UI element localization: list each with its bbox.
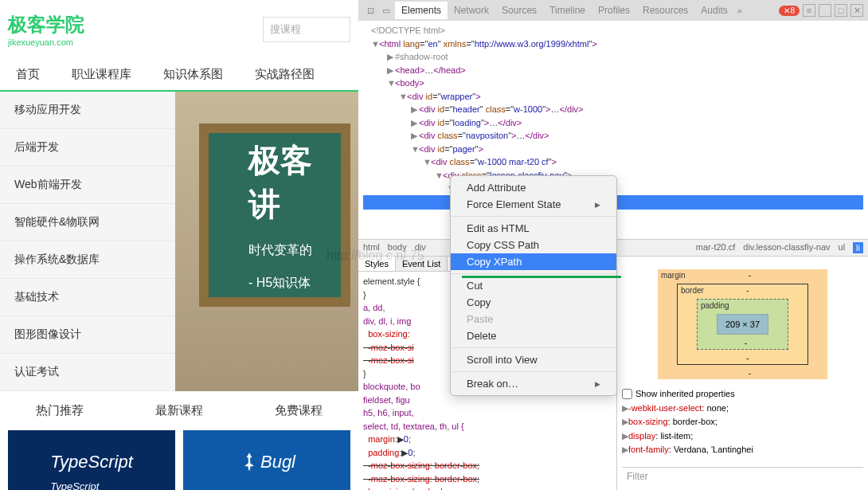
- logo-en: jikexueyuan.com: [8, 37, 84, 47]
- sidebar-item[interactable]: 基础技术: [0, 279, 175, 316]
- close-icon[interactable]: ✕: [850, 4, 863, 17]
- ctx-cut[interactable]: Cut: [451, 277, 616, 294]
- tab-audits[interactable]: Audits: [694, 2, 733, 19]
- drawer-icon[interactable]: ≡: [803, 4, 815, 17]
- ctx-break[interactable]: Break on…: [451, 375, 616, 392]
- filter-input[interactable]: Filter: [622, 467, 863, 485]
- tab-profiles[interactable]: Profiles: [592, 2, 636, 19]
- tab-resources[interactable]: Resources: [636, 2, 694, 19]
- tab-free[interactable]: 免费课程: [239, 403, 358, 418]
- course-tabs: 热门推荐 最新课程 免费课程: [0, 391, 358, 430]
- dock-icon[interactable]: □: [835, 4, 847, 17]
- inspect-icon[interactable]: ⊡: [363, 3, 377, 18]
- header: 极客学院 jikexueyuan.com 搜课程: [0, 0, 358, 59]
- ctx-add-attribute[interactable]: Add Attribute: [451, 179, 616, 196]
- search-input[interactable]: 搜课程: [263, 17, 350, 42]
- box-model[interactable]: margin- border- padding 209 × 37 - - -: [658, 269, 827, 379]
- error-badge[interactable]: ✕8: [779, 6, 800, 16]
- eventlist-tab[interactable]: Event List: [396, 257, 448, 271]
- content: 移动应用开发 后端开发 Web前端开发 智能硬件&物联网 操作系统&数据库 基础…: [0, 92, 358, 391]
- ctx-edit-html[interactable]: Edit as HTML: [451, 220, 616, 237]
- sidebar-item[interactable]: 智能硬件&物联网: [0, 204, 175, 241]
- card-typescript[interactable]: TypeScript TypeScript: [8, 430, 175, 490]
- tab-hot[interactable]: 热门推荐: [0, 403, 119, 418]
- show-inherited-checkbox[interactable]: Show inherited properties: [622, 387, 863, 402]
- ctx-copy-xpath[interactable]: Copy XPath: [451, 253, 616, 270]
- settings-icon[interactable]: [819, 4, 831, 17]
- sidebar-item[interactable]: 认证考试: [0, 354, 175, 391]
- logo[interactable]: 极客学院 jikexueyuan.com: [8, 12, 84, 47]
- hero-title: 极客讲: [248, 139, 341, 226]
- tab-network[interactable]: Network: [448, 2, 495, 19]
- nav-path[interactable]: 实战路径图: [239, 67, 330, 82]
- tab-timeline[interactable]: Timeline: [543, 2, 592, 19]
- ctx-delete[interactable]: Delete: [451, 327, 616, 344]
- nav-home[interactable]: 首页: [0, 67, 56, 82]
- device-icon[interactable]: ▭: [379, 3, 393, 18]
- ctx-scroll[interactable]: Scroll into View: [451, 351, 616, 368]
- hero-sub2: - H5知识体: [248, 275, 341, 292]
- devtools-toolbar: ⊡ ▭ Elements Network Sources Timeline Pr…: [358, 0, 868, 21]
- card-bugly[interactable]: Bugl: [183, 430, 350, 490]
- styles-tab[interactable]: Styles: [358, 257, 396, 271]
- ctx-copy-css[interactable]: Copy CSS Path: [451, 237, 616, 253]
- ctx-paste[interactable]: Paste: [451, 311, 616, 327]
- computed-panel: margin- border- padding 209 × 37 - - - S…: [617, 257, 868, 490]
- ctx-copy[interactable]: Copy: [451, 294, 616, 311]
- hero-banner[interactable]: 极客讲 时代变革的 - H5知识体: [175, 92, 358, 391]
- annotation-underline: [462, 276, 621, 278]
- context-menu: Add Attribute Force Element State Edit a…: [450, 175, 617, 396]
- tab-sources[interactable]: Sources: [495, 2, 543, 19]
- sidebar-item[interactable]: 操作系统&数据库: [0, 241, 175, 279]
- hero-sub1: 时代变革的: [248, 242, 341, 259]
- blackboard: 极客讲 时代变革的 - H5知识体: [199, 123, 350, 307]
- sidebar-item[interactable]: 移动应用开发: [0, 92, 175, 129]
- course-cards: TypeScript TypeScript Bugl: [0, 430, 358, 490]
- tab-elements[interactable]: Elements: [395, 2, 448, 19]
- logo-cn: 极客学院: [8, 12, 84, 37]
- ctx-force-state[interactable]: Force Element State: [451, 196, 616, 213]
- sidebar-item[interactable]: 图形图像设计: [0, 316, 175, 354]
- nav-knowledge[interactable]: 知识体系图: [147, 67, 239, 82]
- sidebar: 移动应用开发 后端开发 Web前端开发 智能硬件&物联网 操作系统&数据库 基础…: [0, 92, 175, 391]
- website-panel: 极客学院 jikexueyuan.com 搜课程 首页 职业课程库 知识体系图 …: [0, 0, 358, 490]
- sidebar-item[interactable]: Web前端开发: [0, 167, 175, 204]
- bird-icon: [238, 451, 260, 473]
- main-nav: 首页 职业课程库 知识体系图 实战路径图: [0, 59, 358, 92]
- search-placeholder: 搜课程: [270, 22, 301, 37]
- tab-new[interactable]: 最新课程: [119, 403, 239, 418]
- sidebar-item[interactable]: 后端开发: [0, 129, 175, 167]
- nav-courses[interactable]: 职业课程库: [56, 67, 147, 82]
